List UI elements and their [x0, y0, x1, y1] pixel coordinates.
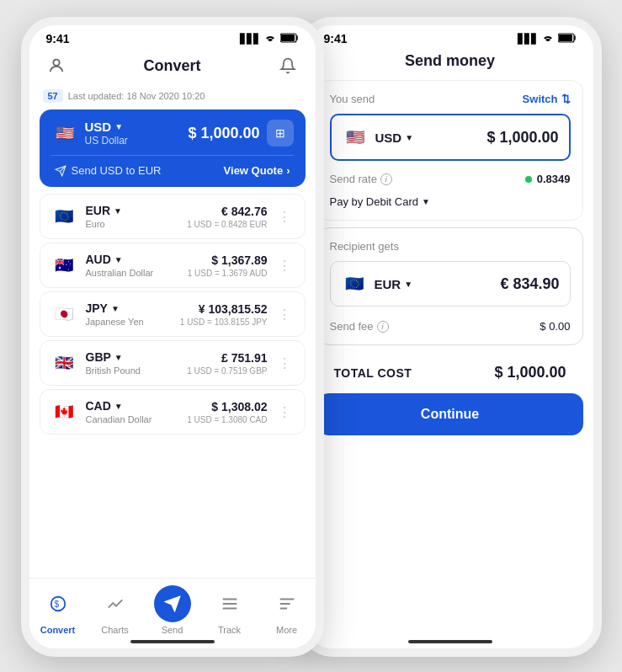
wifi-icon-1 [263, 33, 277, 45]
gbp-rate: 1 USD = 0.7519 GBP [187, 366, 267, 376]
nav-convert[interactable]: $ Convert [37, 585, 79, 635]
status-icons-1: ▋▋▋ [240, 33, 299, 45]
home-indicator-1 [130, 640, 215, 643]
calculator-icon[interactable]: ⊞ [267, 120, 294, 147]
send-amount: $ 1,000.00 [486, 129, 558, 147]
featured-currency-card[interactable]: 🇺🇸 USD ▼ US Dollar $ 1,000.00 ⊞ [40, 109, 306, 187]
home-indicator-2 [408, 640, 492, 643]
nav-more-label: More [276, 625, 297, 635]
view-quote-btn[interactable]: View Quote › [224, 164, 290, 177]
send-caret-icon: ▼ [405, 133, 413, 142]
aud-flag: 🇦🇺 [51, 252, 77, 279]
switch-icon: ⇅ [561, 93, 571, 105]
eur-flag: 🇪🇺 [51, 203, 77, 230]
convert-nav-icon: $ [40, 585, 77, 622]
update-text: Last updated: 18 Nov 2020 10:20 [68, 91, 205, 101]
aud-name: Australian Dollar [86, 268, 154, 278]
gbp-amount: £ 751.91 [187, 351, 267, 365]
recipient-gets-label: Recipient gets [330, 240, 399, 253]
time-1: 9:41 [46, 32, 70, 45]
phones-container: 9:41 ▋▋▋ Convert 57 Last [4, 0, 619, 672]
send-money-header: Send money [307, 49, 593, 80]
phone-convert: 9:41 ▋▋▋ Convert 57 Last [21, 17, 324, 657]
recipient-currency-selector[interactable]: 🇪🇺 EUR ▼ € 834.90 [330, 261, 571, 307]
recipient-gets-section: Recipient gets 🇪🇺 EUR ▼ € 834.90 Send fe… [317, 227, 583, 345]
nav-charts[interactable]: Charts [94, 585, 136, 635]
list-item[interactable]: 🇯🇵 JPY ▼ Japanese Yen ¥ 103,815.52 1 USD… [40, 291, 306, 337]
svg-text:$: $ [54, 600, 59, 609]
gbp-flag: 🇬🇧 [51, 349, 77, 376]
send-nav-icon [154, 585, 191, 622]
currency-list: 🇪🇺 EUR ▼ Euro € 842.76 1 USD = 0.8428 EU… [29, 194, 316, 435]
status-bar-2: 9:41 ▋▋▋ [307, 25, 593, 49]
you-send-label: You send [330, 93, 375, 105]
signal-icon-1: ▋▋▋ [240, 34, 260, 45]
profile-icon[interactable] [43, 52, 70, 79]
nav-convert-label: Convert [40, 625, 76, 635]
jpy-flag: 🇯🇵 [51, 301, 77, 328]
bottom-nav: $ Convert Charts Send Track [29, 578, 316, 648]
total-cost-label: TOTAL COST [334, 366, 412, 380]
more-icon-cad[interactable]: ⋮ [274, 401, 295, 424]
eur-rate: 1 USD = 0.8428 EUR [187, 220, 267, 229]
fee-info-icon: i [377, 321, 389, 333]
usd-name: US Dollar [85, 135, 128, 147]
send-flag: 🇺🇸 [342, 124, 369, 151]
aud-code: AUD ▼ [86, 253, 154, 266]
total-cost-section: TOTAL COST $ 1,000.00 [317, 352, 583, 393]
recipient-currency-code: EUR ▼ [375, 277, 413, 291]
cad-amount: $ 1,308.02 [187, 400, 267, 413]
nav-send-label: Send [162, 625, 183, 635]
nav-track[interactable]: Track [209, 585, 251, 635]
svg-rect-1 [281, 35, 295, 41]
time-2: 9:41 [324, 32, 348, 45]
more-icon-eur[interactable]: ⋮ [274, 205, 295, 228]
nav-track-label: Track [218, 625, 241, 635]
more-icon-gbp[interactable]: ⋮ [274, 352, 295, 375]
status-icons-2: ▋▋▋ [518, 33, 577, 45]
cad-name: Canadian Dollar [86, 414, 152, 424]
recipient-flag: 🇪🇺 [341, 270, 368, 297]
send-currency-code: USD ▼ [375, 131, 414, 145]
svg-marker-8 [165, 597, 179, 611]
wifi-icon-2 [541, 33, 555, 45]
jpy-amount: ¥ 103,815.52 [180, 302, 268, 316]
svg-rect-16 [559, 35, 572, 41]
send-fee-value: $ 0.00 [540, 320, 570, 333]
phone-send-money: 9:41 ▋▋▋ Send money You send Switch ⇅ [299, 17, 602, 657]
cad-code: CAD ▼ [86, 399, 152, 413]
more-icon-aud[interactable]: ⋮ [274, 254, 295, 277]
usd-caret-icon: ▼ [114, 122, 123, 131]
list-item[interactable]: 🇦🇺 AUD ▼ Australian Dollar $ 1,367.89 1 … [40, 243, 306, 288]
aud-rate: 1 USD = 1.3679 AUD [188, 269, 268, 278]
send-bar-text: Send USD to EUR [55, 164, 162, 177]
cad-rate: 1 USD = 1.3080 CAD [187, 415, 267, 424]
recipient-amount: € 834.90 [500, 275, 559, 293]
list-item[interactable]: 🇨🇦 CAD ▼ Canadian Dollar $ 1,308.02 1 US… [40, 389, 306, 435]
usd-flag: 🇺🇸 [51, 120, 78, 147]
bell-icon[interactable] [274, 52, 301, 79]
nav-more[interactable]: More [266, 585, 308, 635]
usd-amount: $ 1,000.00 [188, 125, 259, 142]
switch-button[interactable]: Switch ⇅ [523, 93, 571, 105]
nav-send[interactable]: Send [152, 585, 194, 635]
update-counter: 57 [43, 89, 63, 103]
battery-icon-1 [280, 33, 299, 45]
last-updated: 57 Last updated: 18 Nov 2020 10:20 [29, 86, 316, 109]
continue-button[interactable]: Continue [317, 393, 583, 435]
jpy-name: Japanese Yen [86, 317, 144, 327]
header-1: Convert [29, 49, 316, 86]
gbp-name: British Pound [86, 365, 141, 376]
list-item[interactable]: 🇬🇧 GBP ▼ British Pound £ 751.91 1 USD = … [40, 340, 306, 386]
pay-method-caret-icon: ▼ [422, 197, 430, 206]
pay-method-selector[interactable]: Pay by Debit Card ▼ [330, 195, 571, 208]
eur-amount: € 842.76 [187, 205, 267, 218]
you-send-section: You send Switch ⇅ 🇺🇸 USD ▼ $ 1,000.00 [317, 80, 583, 221]
gbp-code: GBP ▼ [86, 350, 141, 364]
cad-flag: 🇨🇦 [51, 398, 77, 425]
send-currency-selector[interactable]: 🇺🇸 USD ▼ $ 1,000.00 [330, 114, 571, 161]
rate-dot-icon [525, 176, 532, 183]
charts-nav-icon [97, 585, 134, 622]
list-item[interactable]: 🇪🇺 EUR ▼ Euro € 842.76 1 USD = 0.8428 EU… [40, 194, 306, 239]
more-icon-jpy[interactable]: ⋮ [274, 303, 295, 326]
